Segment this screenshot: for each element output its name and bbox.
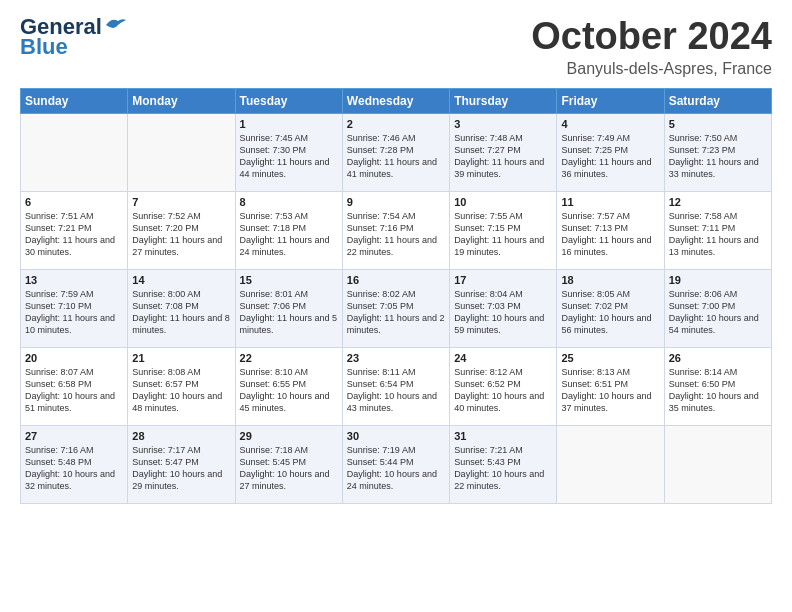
- table-row: 8Sunrise: 7:53 AMSunset: 7:18 PMDaylight…: [235, 191, 342, 269]
- col-tuesday: Tuesday: [235, 88, 342, 113]
- calendar-table: Sunday Monday Tuesday Wednesday Thursday…: [20, 88, 772, 504]
- table-row: 27Sunrise: 7:16 AMSunset: 5:48 PMDayligh…: [21, 425, 128, 503]
- day-info: Sunrise: 7:18 AMSunset: 5:45 PMDaylight:…: [240, 445, 330, 491]
- table-row: 5Sunrise: 7:50 AMSunset: 7:23 PMDaylight…: [664, 113, 771, 191]
- day-number: 23: [347, 352, 445, 364]
- day-info: Sunrise: 7:54 AMSunset: 7:16 PMDaylight:…: [347, 211, 437, 257]
- table-row: 7Sunrise: 7:52 AMSunset: 7:20 PMDaylight…: [128, 191, 235, 269]
- day-number: 15: [240, 274, 338, 286]
- day-number: 18: [561, 274, 659, 286]
- calendar-week-row: 13Sunrise: 7:59 AMSunset: 7:10 PMDayligh…: [21, 269, 772, 347]
- day-info: Sunrise: 7:58 AMSunset: 7:11 PMDaylight:…: [669, 211, 759, 257]
- title-section: October 2024 Banyuls-dels-Aspres, France: [531, 16, 772, 78]
- table-row: 28Sunrise: 7:17 AMSunset: 5:47 PMDayligh…: [128, 425, 235, 503]
- table-row: 24Sunrise: 8:12 AMSunset: 6:52 PMDayligh…: [450, 347, 557, 425]
- logo: General Blue: [20, 16, 126, 58]
- day-info: Sunrise: 8:01 AMSunset: 7:06 PMDaylight:…: [240, 289, 338, 335]
- table-row: 26Sunrise: 8:14 AMSunset: 6:50 PMDayligh…: [664, 347, 771, 425]
- table-row: 21Sunrise: 8:08 AMSunset: 6:57 PMDayligh…: [128, 347, 235, 425]
- table-row: [21, 113, 128, 191]
- header: General Blue October 2024 Banyuls-dels-A…: [20, 16, 772, 78]
- col-monday: Monday: [128, 88, 235, 113]
- day-number: 21: [132, 352, 230, 364]
- table-row: [128, 113, 235, 191]
- table-row: 1Sunrise: 7:45 AMSunset: 7:30 PMDaylight…: [235, 113, 342, 191]
- day-number: 4: [561, 118, 659, 130]
- table-row: 15Sunrise: 8:01 AMSunset: 7:06 PMDayligh…: [235, 269, 342, 347]
- table-row: 25Sunrise: 8:13 AMSunset: 6:51 PMDayligh…: [557, 347, 664, 425]
- day-info: Sunrise: 7:17 AMSunset: 5:47 PMDaylight:…: [132, 445, 222, 491]
- day-info: Sunrise: 7:50 AMSunset: 7:23 PMDaylight:…: [669, 133, 759, 179]
- day-number: 24: [454, 352, 552, 364]
- table-row: 12Sunrise: 7:58 AMSunset: 7:11 PMDayligh…: [664, 191, 771, 269]
- day-number: 25: [561, 352, 659, 364]
- day-info: Sunrise: 8:13 AMSunset: 6:51 PMDaylight:…: [561, 367, 651, 413]
- day-number: 10: [454, 196, 552, 208]
- day-number: 30: [347, 430, 445, 442]
- calendar-week-row: 27Sunrise: 7:16 AMSunset: 5:48 PMDayligh…: [21, 425, 772, 503]
- day-number: 16: [347, 274, 445, 286]
- day-info: Sunrise: 7:21 AMSunset: 5:43 PMDaylight:…: [454, 445, 544, 491]
- day-number: 14: [132, 274, 230, 286]
- table-row: 2Sunrise: 7:46 AMSunset: 7:28 PMDaylight…: [342, 113, 449, 191]
- day-number: 7: [132, 196, 230, 208]
- page: General Blue October 2024 Banyuls-dels-A…: [0, 0, 792, 612]
- day-info: Sunrise: 7:45 AMSunset: 7:30 PMDaylight:…: [240, 133, 330, 179]
- logo-bird-icon: [104, 17, 126, 33]
- day-info: Sunrise: 8:08 AMSunset: 6:57 PMDaylight:…: [132, 367, 222, 413]
- day-number: 28: [132, 430, 230, 442]
- day-number: 22: [240, 352, 338, 364]
- col-wednesday: Wednesday: [342, 88, 449, 113]
- day-number: 11: [561, 196, 659, 208]
- table-row: 17Sunrise: 8:04 AMSunset: 7:03 PMDayligh…: [450, 269, 557, 347]
- table-row: 3Sunrise: 7:48 AMSunset: 7:27 PMDaylight…: [450, 113, 557, 191]
- calendar-week-row: 1Sunrise: 7:45 AMSunset: 7:30 PMDaylight…: [21, 113, 772, 191]
- day-info: Sunrise: 7:48 AMSunset: 7:27 PMDaylight:…: [454, 133, 544, 179]
- day-number: 31: [454, 430, 552, 442]
- table-row: 9Sunrise: 7:54 AMSunset: 7:16 PMDaylight…: [342, 191, 449, 269]
- day-info: Sunrise: 8:12 AMSunset: 6:52 PMDaylight:…: [454, 367, 544, 413]
- table-row: 22Sunrise: 8:10 AMSunset: 6:55 PMDayligh…: [235, 347, 342, 425]
- day-info: Sunrise: 8:00 AMSunset: 7:08 PMDaylight:…: [132, 289, 230, 335]
- day-info: Sunrise: 8:07 AMSunset: 6:58 PMDaylight:…: [25, 367, 115, 413]
- day-number: 2: [347, 118, 445, 130]
- table-row: [664, 425, 771, 503]
- day-number: 27: [25, 430, 123, 442]
- day-info: Sunrise: 8:10 AMSunset: 6:55 PMDaylight:…: [240, 367, 330, 413]
- table-row: 10Sunrise: 7:55 AMSunset: 7:15 PMDayligh…: [450, 191, 557, 269]
- table-row: 18Sunrise: 8:05 AMSunset: 7:02 PMDayligh…: [557, 269, 664, 347]
- calendar-week-row: 6Sunrise: 7:51 AMSunset: 7:21 PMDaylight…: [21, 191, 772, 269]
- col-thursday: Thursday: [450, 88, 557, 113]
- table-row: 23Sunrise: 8:11 AMSunset: 6:54 PMDayligh…: [342, 347, 449, 425]
- table-row: 19Sunrise: 8:06 AMSunset: 7:00 PMDayligh…: [664, 269, 771, 347]
- day-number: 17: [454, 274, 552, 286]
- day-info: Sunrise: 8:14 AMSunset: 6:50 PMDaylight:…: [669, 367, 759, 413]
- day-number: 29: [240, 430, 338, 442]
- table-row: [557, 425, 664, 503]
- location-subtitle: Banyuls-dels-Aspres, France: [531, 60, 772, 78]
- col-friday: Friday: [557, 88, 664, 113]
- day-number: 9: [347, 196, 445, 208]
- col-sunday: Sunday: [21, 88, 128, 113]
- table-row: 13Sunrise: 7:59 AMSunset: 7:10 PMDayligh…: [21, 269, 128, 347]
- day-info: Sunrise: 8:11 AMSunset: 6:54 PMDaylight:…: [347, 367, 437, 413]
- day-number: 8: [240, 196, 338, 208]
- day-number: 5: [669, 118, 767, 130]
- calendar-header-row: Sunday Monday Tuesday Wednesday Thursday…: [21, 88, 772, 113]
- day-info: Sunrise: 7:16 AMSunset: 5:48 PMDaylight:…: [25, 445, 115, 491]
- logo-blue-text: Blue: [20, 36, 68, 58]
- day-number: 12: [669, 196, 767, 208]
- table-row: 16Sunrise: 8:02 AMSunset: 7:05 PMDayligh…: [342, 269, 449, 347]
- day-info: Sunrise: 7:59 AMSunset: 7:10 PMDaylight:…: [25, 289, 115, 335]
- day-number: 26: [669, 352, 767, 364]
- col-saturday: Saturday: [664, 88, 771, 113]
- day-number: 20: [25, 352, 123, 364]
- table-row: 11Sunrise: 7:57 AMSunset: 7:13 PMDayligh…: [557, 191, 664, 269]
- day-info: Sunrise: 8:06 AMSunset: 7:00 PMDaylight:…: [669, 289, 759, 335]
- table-row: 29Sunrise: 7:18 AMSunset: 5:45 PMDayligh…: [235, 425, 342, 503]
- table-row: 14Sunrise: 8:00 AMSunset: 7:08 PMDayligh…: [128, 269, 235, 347]
- table-row: 20Sunrise: 8:07 AMSunset: 6:58 PMDayligh…: [21, 347, 128, 425]
- day-info: Sunrise: 8:05 AMSunset: 7:02 PMDaylight:…: [561, 289, 651, 335]
- day-number: 19: [669, 274, 767, 286]
- day-info: Sunrise: 7:51 AMSunset: 7:21 PMDaylight:…: [25, 211, 115, 257]
